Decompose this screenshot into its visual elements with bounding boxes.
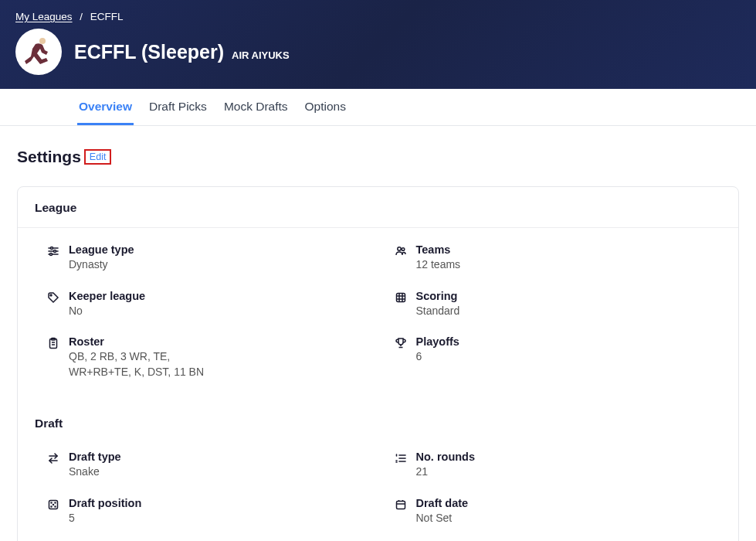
breadcrumb-separator: / xyxy=(80,11,83,22)
clipboard-icon xyxy=(47,337,59,349)
tab-overview[interactable]: Overview xyxy=(77,89,134,125)
tab-draft-picks[interactable]: Draft Picks xyxy=(147,89,208,125)
roster-value: QB, 2 RB, 3 WR, TE, WR+RB+TE, K, DST, 11… xyxy=(69,349,208,379)
no-rounds-value: 21 xyxy=(416,464,722,480)
svg-point-2 xyxy=(51,247,53,250)
draft-type-label: Draft type xyxy=(69,451,375,463)
setting-teams: Teams 12 teams xyxy=(382,243,722,273)
svg-point-29 xyxy=(55,502,56,503)
setting-scoring: Scoring Standard xyxy=(382,290,722,319)
edit-link[interactable]: Edit xyxy=(84,149,112,165)
list-numbered-icon xyxy=(395,452,407,464)
svg-point-6 xyxy=(50,253,53,256)
breadcrumb: My Leagues / ECFFL xyxy=(0,11,756,29)
setting-no-rounds: No. rounds 21 xyxy=(382,451,722,480)
users-icon xyxy=(395,245,407,257)
svg-point-9 xyxy=(50,294,52,296)
draft-settings-grid: Draft type Snake No. rounds 21 xyxy=(18,435,738,541)
roster-label: Roster xyxy=(69,335,375,348)
keeper-value: No xyxy=(69,304,375,319)
tabs-row: Overview Draft Picks Mock Drafts Options xyxy=(0,89,756,126)
title-row: ECFFL (Sleeper) AIR AIYUKS xyxy=(0,29,756,89)
draft-date-label: Draft date xyxy=(416,497,722,509)
svg-point-31 xyxy=(55,506,56,507)
breadcrumb-current: ECFFL xyxy=(90,11,124,22)
trophy-icon xyxy=(395,337,407,349)
setting-draft-date: Draft date Not Set xyxy=(382,497,722,526)
svg-rect-33 xyxy=(396,501,405,509)
svg-point-7 xyxy=(397,247,400,250)
svg-point-8 xyxy=(402,248,405,251)
playoffs-label: Playoffs xyxy=(416,335,722,348)
setting-playoffs: Playoffs 6 xyxy=(382,335,722,379)
setting-draft-type: Draft type Snake xyxy=(35,451,375,480)
svg-point-0 xyxy=(39,38,46,44)
svg-rect-10 xyxy=(396,293,405,301)
league-avatar[interactable] xyxy=(15,29,62,75)
draft-date-value: Not Set xyxy=(416,511,722,526)
tag-icon xyxy=(47,291,59,304)
league-settings-grid: League type Dynasty Teams 12 teams xyxy=(18,228,738,403)
svg-point-32 xyxy=(53,504,54,505)
sliders-icon xyxy=(47,245,59,257)
teams-label: Teams xyxy=(416,243,722,256)
settings-title: Settings xyxy=(17,148,81,166)
league-title-wrapper: ECFFL (Sleeper) AIR AIYUKS xyxy=(74,41,290,63)
draft-type-value: Snake xyxy=(69,464,375,480)
league-type-label: League type xyxy=(69,243,375,256)
setting-draft-position: Draft position 5 xyxy=(35,497,375,526)
svg-point-30 xyxy=(51,506,52,507)
no-rounds-label: No. rounds xyxy=(416,451,722,463)
setting-roster: Roster QB, 2 RB, 3 WR, TE, WR+RB+TE, K, … xyxy=(35,335,375,379)
teams-value: 12 teams xyxy=(416,257,722,273)
breadcrumb-my-leagues[interactable]: My Leagues xyxy=(15,11,73,22)
svg-point-4 xyxy=(54,250,56,253)
calendar-icon xyxy=(395,498,407,511)
league-title: ECFFL (Sleeper) xyxy=(74,41,224,63)
setting-keeper: Keeper league No xyxy=(35,290,375,319)
content: Settings Edit League League type Dynasty xyxy=(0,126,756,541)
tab-mock-drafts[interactable]: Mock Drafts xyxy=(222,89,290,125)
section-draft-title: Draft xyxy=(18,403,738,435)
league-type-value: Dynasty xyxy=(69,257,375,273)
keeper-label: Keeper league xyxy=(69,290,375,302)
draft-position-value: 5 xyxy=(69,511,375,526)
section-league-title: League xyxy=(18,187,738,228)
settings-header: Settings Edit xyxy=(17,148,739,166)
setting-league-type: League type Dynasty xyxy=(35,243,375,273)
swap-icon xyxy=(47,452,59,464)
grid-icon xyxy=(395,291,407,304)
tabs: Overview Draft Picks Mock Drafts Options xyxy=(0,89,756,125)
tab-options[interactable]: Options xyxy=(303,89,347,125)
draft-position-label: Draft position xyxy=(69,497,375,509)
scoring-label: Scoring xyxy=(416,290,722,302)
league-subtitle: AIR AIYUKS xyxy=(232,49,290,61)
svg-point-28 xyxy=(51,502,52,503)
avatar-runner-icon xyxy=(20,33,57,70)
settings-card: League League type Dynasty xyxy=(17,186,739,541)
scoring-value: Standard xyxy=(416,304,722,319)
position-icon xyxy=(47,498,59,511)
header: My Leagues / ECFFL ECFFL (Sleeper) AIR A… xyxy=(0,0,756,89)
playoffs-value: 6 xyxy=(416,349,722,365)
